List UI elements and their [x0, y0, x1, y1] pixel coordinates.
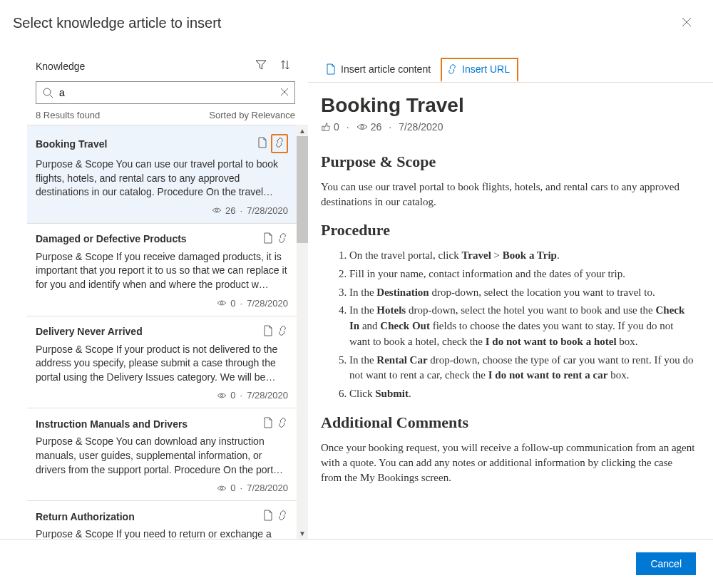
- insert-url-icon-button[interactable]: [277, 325, 288, 339]
- result-views: 26: [211, 205, 235, 216]
- result-date: 7/28/2020: [247, 390, 288, 401]
- article-body: Purpose & Scope You can use our travel p…: [321, 153, 696, 485]
- procedure-step: On the travel portal, click Travel > Boo…: [349, 248, 696, 264]
- procedure-step: In the Rental Car drop-down, choose the …: [349, 353, 696, 384]
- svg-point-6: [361, 125, 364, 128]
- cancel-button[interactable]: Cancel: [636, 552, 696, 575]
- clear-icon: [280, 88, 289, 96]
- results-list[interactable]: Booking Travel Purpose & Scope You can u…: [27, 125, 297, 539]
- procedure-steps: On the travel portal, click Travel > Boo…: [321, 248, 696, 402]
- svg-point-2: [221, 301, 223, 304]
- filter-button[interactable]: [254, 58, 268, 74]
- svg-point-3: [221, 394, 223, 396]
- insert-url-icon-button[interactable]: [271, 134, 288, 153]
- svg-point-0: [43, 88, 51, 96]
- dialog-body: Knowledge: [0, 41, 713, 540]
- result-snippet: Purpose & Scope You can use our travel p…: [36, 158, 288, 200]
- clear-search-button[interactable]: [280, 87, 289, 98]
- svg-point-4: [221, 487, 223, 489]
- result-title: Instruction Manuals and Drivers: [36, 418, 188, 430]
- section-purpose-heading: Purpose & Scope: [321, 153, 696, 171]
- procedure-step: Click Submit.: [349, 386, 696, 402]
- scroll-thumb[interactable]: [297, 136, 308, 243]
- results-list-wrap: Booking Travel Purpose & Scope You can u…: [27, 125, 308, 539]
- document-icon: [325, 63, 337, 75]
- result-date: 7/28/2020: [247, 483, 288, 493]
- insert-content-icon-button[interactable]: [257, 137, 268, 150]
- section-additional-body: Once your booking request, you will rece…: [321, 440, 696, 485]
- search-container: [0, 81, 308, 104]
- section-purpose-body: You can use our travel portal to book fl…: [321, 180, 696, 210]
- insert-content-icon-button[interactable]: [262, 510, 274, 523]
- knowledge-heading: Knowledge: [36, 61, 85, 72]
- result-snippet: Purpose & Scope If your product is not d…: [36, 343, 288, 385]
- eye-icon: [356, 122, 368, 132]
- search-input[interactable]: [59, 87, 275, 98]
- result-title: Damaged or Defective Products: [36, 233, 187, 244]
- result-date: 7/28/2020: [247, 298, 288, 309]
- view-count: 26: [356, 121, 382, 133]
- sort-button[interactable]: [278, 58, 292, 74]
- insert-content-icon-button[interactable]: [262, 232, 274, 246]
- tab-insert-content[interactable]: Insert article content: [321, 59, 438, 81]
- result-item[interactable]: Booking Travel Purpose & Scope You can u…: [27, 125, 297, 224]
- result-views: 0: [216, 298, 235, 309]
- like-count: 0: [321, 121, 339, 133]
- insert-tabs: Insert article content Insert URL: [308, 41, 713, 83]
- insert-url-icon-button[interactable]: [277, 510, 288, 523]
- tab-insert-content-label: Insert article content: [341, 63, 431, 75]
- results-count: 8 Results found: [36, 110, 100, 120]
- insert-url-icon-button[interactable]: [277, 417, 288, 430]
- knowledge-tools: [254, 58, 292, 74]
- tab-insert-url-label: Insert URL: [462, 63, 510, 75]
- preview-title: Booking Travel: [321, 94, 696, 117]
- filter-icon: [255, 59, 267, 71]
- result-snippet: Purpose & Scope If you receive damaged p…: [36, 250, 288, 292]
- result-snippet: Purpose & Scope If you need to return or…: [36, 527, 288, 539]
- result-item[interactable]: Instruction Manuals and Drivers Purpose …: [27, 408, 297, 501]
- results-meta: 8 Results found Sorted by Relevance: [0, 110, 308, 120]
- result-title: Delivery Never Arrived: [36, 326, 143, 337]
- preview-date: 7/28/2020: [399, 121, 443, 133]
- link-icon: [446, 63, 458, 75]
- procedure-step: Fill in your name, contact information a…: [349, 267, 696, 282]
- sort-icon: [279, 59, 291, 71]
- result-snippet: Purpose & Scope You can download any ins…: [36, 435, 288, 477]
- article-preview: Booking Travel 0 · 26 · 7/28/2020 Purp: [308, 83, 713, 539]
- close-button[interactable]: [677, 13, 696, 33]
- insert-url-icon-button[interactable]: [277, 232, 288, 246]
- search-icon: [42, 87, 53, 98]
- result-item[interactable]: Damaged or Defective Products Purpose & …: [27, 224, 297, 316]
- procedure-step: In the Destination drop-down, select the…: [349, 285, 696, 301]
- result-views: 0: [216, 483, 235, 493]
- thumbs-up-icon: [321, 122, 331, 132]
- dialog-footer: Cancel: [0, 540, 713, 588]
- knowledge-search-pane: Knowledge: [0, 41, 308, 539]
- result-title: Return Authorization: [36, 511, 135, 522]
- section-procedure-heading: Procedure: [321, 221, 696, 239]
- knowledge-header: Knowledge: [0, 58, 308, 74]
- dialog-header: Select knowledge article to insert: [0, 0, 713, 41]
- knowledge-insert-dialog: Select knowledge article to insert Knowl…: [0, 0, 713, 588]
- scrollbar[interactable]: ▲ ▼: [297, 125, 308, 539]
- section-additional-heading: Additional Comments: [321, 413, 696, 432]
- result-title: Booking Travel: [36, 138, 107, 150]
- dialog-title: Select knowledge article to insert: [13, 15, 221, 31]
- preview-meta: 0 · 26 · 7/28/2020: [321, 121, 696, 133]
- svg-point-1: [215, 210, 217, 212]
- scroll-down-button[interactable]: ▼: [297, 527, 308, 539]
- procedure-step: In the Hotels drop-down, select the hote…: [349, 303, 696, 349]
- result-views: 0: [216, 390, 235, 401]
- insert-content-icon-button[interactable]: [262, 417, 274, 430]
- result-item[interactable]: Return Authorization Purpose & Scope If …: [27, 501, 297, 539]
- result-item[interactable]: Delivery Never Arrived Purpose & Scope I…: [27, 316, 297, 409]
- insert-content-icon-button[interactable]: [262, 325, 274, 339]
- sorted-by-label: Sorted by Relevance: [209, 110, 295, 120]
- scroll-up-button[interactable]: ▲: [297, 125, 308, 136]
- tab-insert-url[interactable]: Insert URL: [441, 58, 518, 82]
- close-icon: [682, 17, 692, 27]
- search-box[interactable]: [36, 81, 295, 104]
- article-preview-pane: Insert article content Insert URL Bookin…: [308, 41, 713, 539]
- result-date: 7/28/2020: [247, 205, 288, 216]
